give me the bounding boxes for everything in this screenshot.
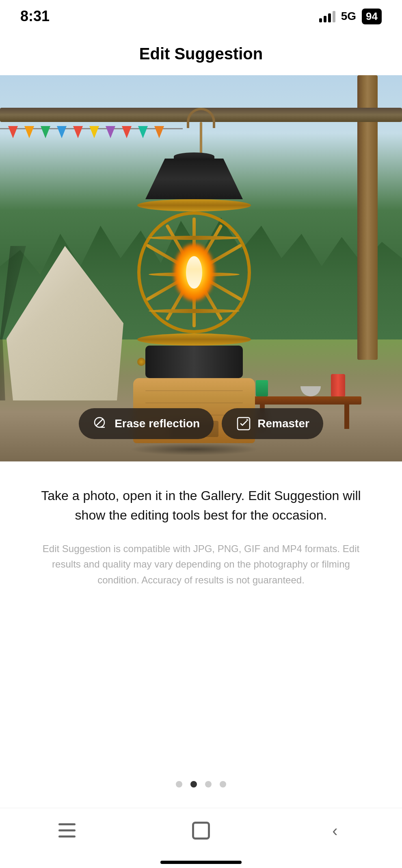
cage-body <box>137 211 251 333</box>
back-chevron-icon: ‹ <box>332 822 337 839</box>
pagination-dot-2[interactable] <box>190 781 197 788</box>
status-bar: 8:31 5G 94 <box>0 0 402 33</box>
flag-8 <box>122 126 132 138</box>
lantern-shade <box>145 159 243 199</box>
description-section: Take a photo, open it in the Gallery. Ed… <box>0 461 402 600</box>
pagination-dot-4[interactable] <box>220 781 226 788</box>
signal-bar-2 <box>324 16 326 22</box>
erase-reflection-button[interactable]: Erase reflection <box>79 408 214 439</box>
signal-bars-icon <box>319 10 335 22</box>
menu-line-3 <box>58 835 76 838</box>
back-button[interactable]: ‹ <box>319 814 351 847</box>
pagination-dot-3[interactable] <box>205 781 212 788</box>
tent <box>0 246 130 400</box>
recent-apps-button[interactable] <box>51 814 83 847</box>
wood-grain-2 <box>145 402 243 403</box>
erase-reflection-label: Erase reflection <box>115 417 200 430</box>
battery-level: 94 <box>366 10 378 23</box>
erase-reflection-icon <box>93 416 109 432</box>
remaster-button[interactable]: Remaster <box>222 408 323 439</box>
menu-line-2 <box>58 829 76 831</box>
cage-ring-top <box>137 199 251 211</box>
home-indicator <box>160 861 242 864</box>
home-button[interactable] <box>185 814 217 847</box>
nav-bar: ‹ <box>0 808 402 861</box>
status-time: 8:31 <box>20 8 50 25</box>
battery-icon: 94 <box>362 9 382 24</box>
page-title: Edit Suggestion <box>0 33 402 75</box>
lantern-knob <box>137 358 145 366</box>
photo-scene: Erase reflection Remaster <box>0 75 402 461</box>
signal-bar-1 <box>319 18 322 22</box>
lantern-base-black <box>145 346 243 378</box>
can-item <box>331 374 345 396</box>
flag-6 <box>89 126 99 138</box>
flag-9 <box>138 126 148 138</box>
network-label: 5G <box>341 10 356 23</box>
flag-1 <box>8 126 18 138</box>
bowl-item <box>300 386 321 396</box>
cage-hring-3 <box>149 309 240 313</box>
bunting <box>0 124 183 157</box>
flag-4 <box>57 126 67 138</box>
cage-hring-1 <box>149 236 240 240</box>
pagination-dots <box>176 781 226 788</box>
pagination-dot-1[interactable] <box>176 781 182 788</box>
status-right: 5G 94 <box>319 9 382 24</box>
recent-apps-icon <box>57 823 77 838</box>
table-surface <box>248 396 361 405</box>
description-main-text: Take a photo, open it in the Gallery. Ed… <box>24 486 378 525</box>
home-icon <box>192 822 210 840</box>
flag-3 <box>41 126 50 138</box>
remaster-icon <box>236 416 252 432</box>
overlay-buttons: Erase reflection Remaster <box>0 408 402 439</box>
menu-line-1 <box>58 823 76 825</box>
signal-bar-3 <box>328 13 331 22</box>
wood-grain-1 <box>145 390 243 391</box>
photo-container: Erase reflection Remaster <box>0 75 402 461</box>
signal-bar-4 <box>333 11 335 22</box>
lantern-shadow <box>129 443 259 455</box>
cage-ring-bottom <box>137 333 251 346</box>
remaster-label: Remaster <box>257 417 309 430</box>
bulb-filament <box>186 256 202 289</box>
flag-10 <box>154 126 164 138</box>
flag-7 <box>106 126 115 138</box>
description-note-text: Edit Suggestion is compatible with JPG, … <box>24 541 378 588</box>
flag-5 <box>73 126 83 138</box>
flag-2 <box>24 126 34 138</box>
